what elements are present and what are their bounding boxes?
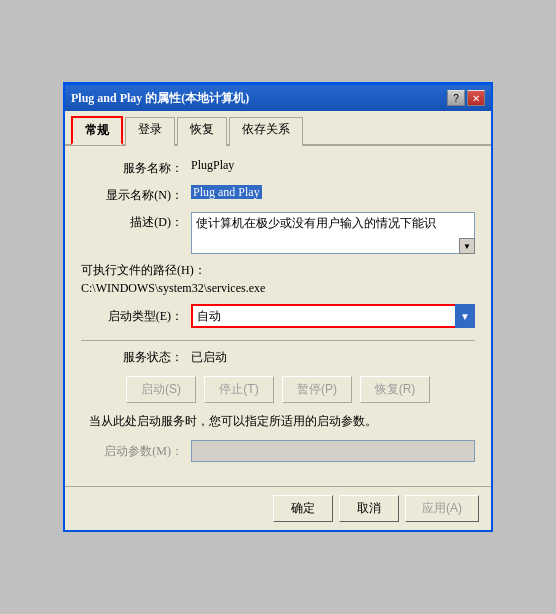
resume-button[interactable]: 恢复(R) xyxy=(360,376,430,403)
service-name-label: 服务名称： xyxy=(81,158,191,177)
display-name-highlighted: Plug and Play xyxy=(191,185,262,199)
status-row: 服务状态： 已启动 xyxy=(81,349,475,366)
tab-general[interactable]: 常规 xyxy=(71,116,123,145)
title-bar-buttons: ? ✕ xyxy=(447,90,485,106)
startup-type-label: 启动类型(E)： xyxy=(81,308,191,325)
hint-text: 当从此处启动服务时，您可以指定所适用的启动参数。 xyxy=(81,413,475,430)
scrollbar-down-icon[interactable]: ▼ xyxy=(459,238,475,254)
status-value: 已启动 xyxy=(191,349,227,366)
divider-1 xyxy=(81,340,475,341)
description-box: 使计算机在极少或没有用户输入的情况下能识 ▼ xyxy=(191,212,475,254)
display-name-label: 显示名称(N)： xyxy=(81,185,191,204)
path-label: 可执行文件的路径(H)： xyxy=(81,262,475,279)
tab-restore[interactable]: 恢复 xyxy=(177,117,227,146)
startup-params-label: 启动参数(M)： xyxy=(81,443,191,460)
description-row: 描述(D)： 使计算机在极少或没有用户输入的情况下能识 ▼ xyxy=(81,212,475,254)
startup-type-select[interactable]: 自动 手动 已禁用 xyxy=(191,304,475,328)
service-name-value: PlugPlay xyxy=(191,158,475,173)
stop-button[interactable]: 停止(T) xyxy=(204,376,274,403)
startup-type-row: 启动类型(E)： 自动 手动 已禁用 ▼ xyxy=(81,304,475,328)
title-bar: Plug and Play 的属性(本地计算机) ? ✕ xyxy=(65,85,491,111)
description-text: 使计算机在极少或没有用户输入的情况下能识 xyxy=(191,212,475,254)
close-button[interactable]: ✕ xyxy=(467,90,485,106)
startup-type-wrapper: 自动 手动 已禁用 ▼ xyxy=(191,304,475,328)
apply-button[interactable]: 应用(A) xyxy=(405,495,479,522)
tabs-row: 常规 登录 恢复 依存关系 xyxy=(65,111,491,146)
path-row: 可执行文件的路径(H)： C:\WINDOWS\system32\service… xyxy=(81,262,475,296)
cancel-button[interactable]: 取消 xyxy=(339,495,399,522)
tab-login[interactable]: 登录 xyxy=(125,117,175,146)
main-window: Plug and Play 的属性(本地计算机) ? ✕ 常规 登录 恢复 依存… xyxy=(63,82,493,532)
path-value: C:\WINDOWS\system32\services.exe xyxy=(81,281,475,296)
service-name-row: 服务名称： PlugPlay xyxy=(81,158,475,177)
display-name-value: Plug and Play xyxy=(191,185,475,200)
window-title: Plug and Play 的属性(本地计算机) xyxy=(71,90,249,107)
ok-button[interactable]: 确定 xyxy=(273,495,333,522)
start-button[interactable]: 启动(S) xyxy=(126,376,196,403)
action-buttons-row: 启动(S) 停止(T) 暂停(P) 恢复(R) xyxy=(81,376,475,403)
startup-params-row: 启动参数(M)： xyxy=(81,440,475,462)
startup-params-input[interactable] xyxy=(191,440,475,462)
display-name-row: 显示名称(N)： Plug and Play xyxy=(81,185,475,204)
tab-content: 服务名称： PlugPlay 显示名称(N)： Plug and Play 描述… xyxy=(65,146,491,486)
status-label: 服务状态： xyxy=(81,349,191,366)
footer-buttons: 确定 取消 应用(A) xyxy=(65,486,491,530)
help-button[interactable]: ? xyxy=(447,90,465,106)
pause-button[interactable]: 暂停(P) xyxy=(282,376,352,403)
tab-dependencies[interactable]: 依存关系 xyxy=(229,117,303,146)
description-label: 描述(D)： xyxy=(81,212,191,231)
